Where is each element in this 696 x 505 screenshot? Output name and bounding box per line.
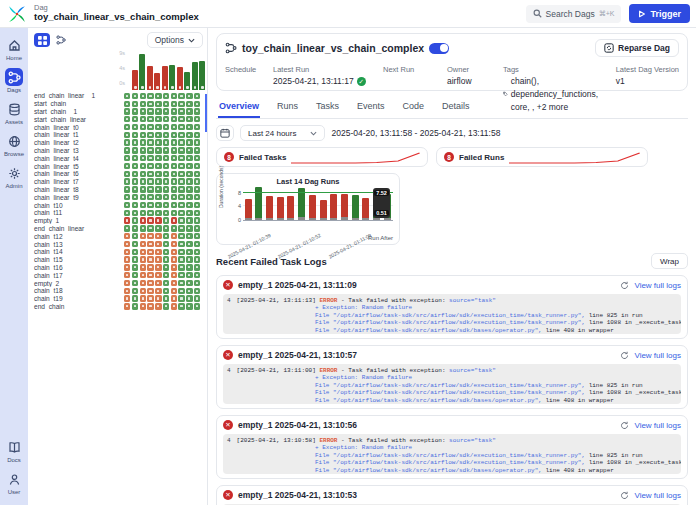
task-instance-cell[interactable] bbox=[147, 303, 153, 309]
task-instance-cell[interactable] bbox=[186, 147, 192, 153]
task-instance-cell[interactable] bbox=[155, 101, 161, 107]
task-instance-cell[interactable] bbox=[171, 241, 177, 247]
task-instance-cell[interactable] bbox=[140, 288, 146, 294]
task-instance-cell[interactable] bbox=[171, 101, 177, 107]
task-instance-cell[interactable] bbox=[147, 256, 153, 262]
task-instance-cell[interactable] bbox=[140, 163, 146, 169]
task-instance-cell[interactable] bbox=[147, 186, 153, 192]
task-instance-cell[interactable] bbox=[194, 280, 200, 286]
sidebar-item-browse[interactable]: Browse bbox=[0, 130, 28, 159]
task-instance-cell[interactable] bbox=[147, 233, 153, 239]
grid-view-button[interactable] bbox=[34, 33, 50, 47]
task-instance-cell[interactable] bbox=[194, 225, 200, 231]
task-instance-cell[interactable] bbox=[186, 249, 192, 255]
task-instance-cell[interactable] bbox=[171, 178, 177, 184]
task-instance-cell[interactable] bbox=[178, 225, 184, 231]
task-instance-cell[interactable] bbox=[132, 295, 138, 301]
task-name[interactable]: chain_t13 bbox=[28, 241, 124, 248]
task-instance-cell[interactable] bbox=[194, 303, 200, 309]
options-button[interactable]: Options bbox=[147, 32, 203, 48]
refresh-icon[interactable] bbox=[620, 281, 629, 290]
task-instance-cell[interactable] bbox=[186, 303, 192, 309]
task-instance-cell[interactable] bbox=[178, 116, 184, 122]
refresh-icon[interactable] bbox=[620, 351, 629, 360]
task-instance-cell[interactable] bbox=[132, 249, 138, 255]
task-instance-cell[interactable] bbox=[186, 241, 192, 247]
task-instance-cell[interactable] bbox=[132, 280, 138, 286]
calendar-button[interactable] bbox=[216, 125, 234, 141]
task-instance-cell[interactable] bbox=[163, 186, 169, 192]
time-range-select[interactable]: Last 24 hours bbox=[240, 125, 325, 141]
tab-overview[interactable]: Overview bbox=[218, 97, 260, 118]
task-instance-cell[interactable] bbox=[132, 116, 138, 122]
task-instance-cell[interactable] bbox=[132, 139, 138, 145]
dag-run-bar[interactable] bbox=[169, 65, 175, 90]
task-instance-cell[interactable] bbox=[147, 93, 153, 99]
task-instance-cell[interactable] bbox=[132, 132, 138, 138]
task-name[interactable]: chain_linear_t6 bbox=[28, 170, 124, 177]
dag-run-bar[interactable] bbox=[177, 67, 183, 90]
task-name[interactable]: chain_linear_t9 bbox=[28, 194, 124, 201]
task-instance-cell[interactable] bbox=[155, 202, 161, 208]
task-instance-cell[interactable] bbox=[155, 241, 161, 247]
task-instance-cell[interactable] bbox=[140, 171, 146, 177]
task-instance-cell[interactable] bbox=[163, 147, 169, 153]
task-instance-cell[interactable] bbox=[178, 93, 184, 99]
task-instance-cell[interactable] bbox=[163, 194, 169, 200]
trigger-button[interactable]: Trigger bbox=[629, 4, 690, 23]
task-name[interactable]: chain_linear_t4 bbox=[28, 155, 124, 162]
task-name[interactable]: chain_t10 bbox=[28, 202, 124, 209]
task-instance-cell[interactable] bbox=[178, 280, 184, 286]
task-instance-cell[interactable] bbox=[147, 108, 153, 114]
refresh-icon[interactable] bbox=[620, 421, 629, 430]
task-instance-cell[interactable] bbox=[163, 178, 169, 184]
task-instance-cell[interactable] bbox=[124, 163, 130, 169]
task-instance-cell[interactable] bbox=[132, 210, 138, 216]
task-instance-cell[interactable] bbox=[155, 288, 161, 294]
task-instance-cell[interactable] bbox=[155, 124, 161, 130]
task-instance-cell[interactable] bbox=[155, 147, 161, 153]
task-instance-cell[interactable] bbox=[132, 147, 138, 153]
task-instance-cell[interactable] bbox=[171, 202, 177, 208]
task-instance-cell[interactable] bbox=[124, 171, 130, 177]
task-instance-cell[interactable] bbox=[155, 171, 161, 177]
task-instance-cell[interactable] bbox=[171, 233, 177, 239]
task-instance-cell[interactable] bbox=[147, 217, 153, 223]
task-instance-cell[interactable] bbox=[178, 108, 184, 114]
tab-tasks[interactable]: Tasks bbox=[315, 97, 340, 118]
task-name[interactable]: empty_2 bbox=[28, 280, 124, 287]
task-instance-cell[interactable] bbox=[163, 202, 169, 208]
task-instance-cell[interactable] bbox=[186, 217, 192, 223]
task-instance-cell[interactable] bbox=[140, 116, 146, 122]
task-instance-cell[interactable] bbox=[178, 194, 184, 200]
task-instance-cell[interactable] bbox=[132, 225, 138, 231]
task-instance-cell[interactable] bbox=[147, 139, 153, 145]
task-instance-cell[interactable] bbox=[186, 295, 192, 301]
task-instance-cell[interactable] bbox=[147, 210, 153, 216]
task-instance-cell[interactable] bbox=[140, 108, 146, 114]
task-instance-cell[interactable] bbox=[132, 124, 138, 130]
task-instance-cell[interactable] bbox=[124, 147, 130, 153]
task-instance-cell[interactable] bbox=[194, 171, 200, 177]
task-instance-cell[interactable] bbox=[178, 264, 184, 270]
task-instance-cell[interactable] bbox=[124, 217, 130, 223]
task-instance-cell[interactable] bbox=[171, 295, 177, 301]
task-instance-cell[interactable] bbox=[163, 132, 169, 138]
task-instance-cell[interactable] bbox=[194, 186, 200, 192]
task-instance-cell[interactable] bbox=[194, 295, 200, 301]
task-instance-cell[interactable] bbox=[178, 233, 184, 239]
task-instance-cell[interactable] bbox=[171, 171, 177, 177]
view-full-logs-link[interactable]: View full logs bbox=[634, 281, 681, 290]
task-instance-cell[interactable] bbox=[124, 101, 130, 107]
task-instance-cell[interactable] bbox=[140, 101, 146, 107]
task-instance-cell[interactable] bbox=[124, 264, 130, 270]
task-instance-cell[interactable] bbox=[132, 288, 138, 294]
task-instance-cell[interactable] bbox=[140, 186, 146, 192]
task-name[interactable]: chain_linear_t3 bbox=[28, 147, 124, 154]
task-instance-cell[interactable] bbox=[171, 272, 177, 278]
task-instance-cell[interactable] bbox=[171, 303, 177, 309]
task-instance-cell[interactable] bbox=[155, 186, 161, 192]
task-instance-cell[interactable] bbox=[132, 202, 138, 208]
task-instance-cell[interactable] bbox=[186, 272, 192, 278]
task-instance-cell[interactable] bbox=[155, 217, 161, 223]
